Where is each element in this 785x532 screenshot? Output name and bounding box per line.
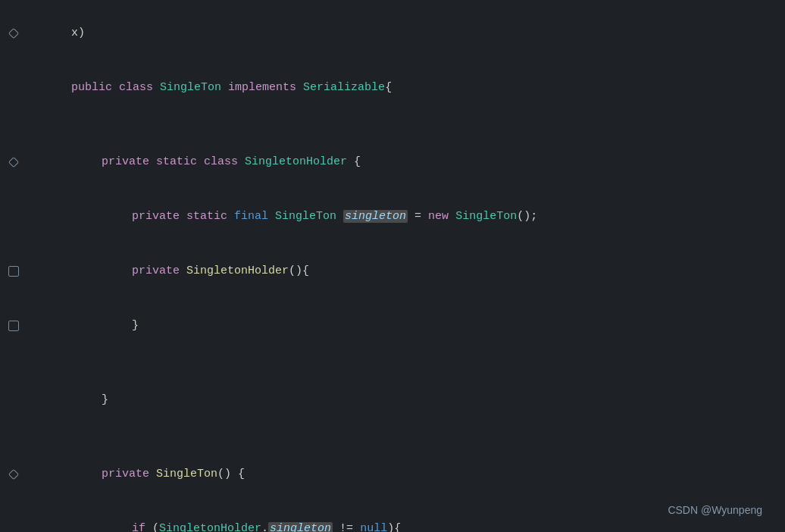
line-content: } <box>27 373 785 427</box>
line-content: } <box>27 299 785 353</box>
gutter-square-icon <box>8 321 19 331</box>
gutter-icon-area <box>0 266 27 277</box>
gutter-diamond-icon <box>8 469 19 480</box>
line-content <box>27 116 785 134</box>
code-line: private SingletonHolder(){ <box>0 244 785 299</box>
code-line <box>0 427 785 447</box>
gutter-icon-area <box>0 30 27 37</box>
code-line: x) <box>0 6 785 61</box>
code-line: } <box>0 373 785 427</box>
line-content: x) <box>27 6 785 61</box>
gutter-square-icon <box>8 266 19 277</box>
line-content: private SingletonHolder(){ <box>27 244 785 299</box>
line-content: private static final SingleTon singleton… <box>27 189 785 244</box>
breakpoint-icon <box>8 28 19 39</box>
line-content: public class SingleTon implements Serial… <box>27 61 785 115</box>
code-line: private static final SingleTon singleton… <box>0 189 785 244</box>
line-content: private static class SingletonHolder { <box>27 135 785 189</box>
line-content <box>27 428 785 446</box>
watermark: CSDN @Wyunpeng <box>668 502 762 518</box>
gutter-icon-area <box>0 321 27 331</box>
code-line: public class SingleTon implements Serial… <box>0 61 785 115</box>
code-line: private SingleTon() { <box>0 447 785 502</box>
line-content: private SingleTon() { <box>27 447 785 502</box>
code-line: } <box>0 299 785 353</box>
gutter-icon-area <box>0 471 27 478</box>
code-line: private static class SingletonHolder { <box>0 135 785 189</box>
line-content <box>27 354 785 372</box>
code-line <box>0 115 785 135</box>
code-line <box>0 353 785 373</box>
gutter-diamond-icon <box>8 157 19 167</box>
code-editor: x) public class SingleTon implements Ser… <box>0 0 785 532</box>
gutter-icon-area <box>0 158 27 166</box>
